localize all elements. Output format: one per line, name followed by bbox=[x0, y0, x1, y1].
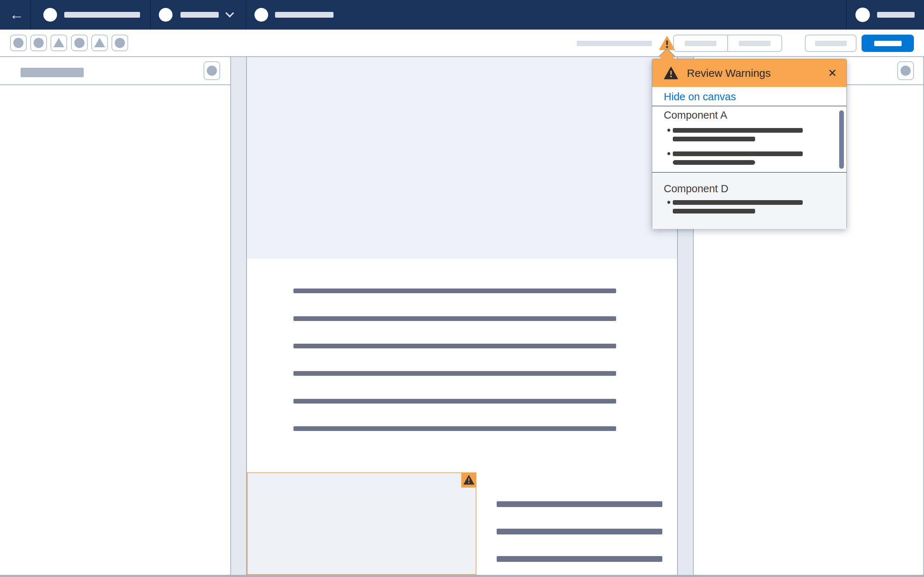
text-line-placeholder bbox=[497, 556, 662, 562]
primary-publish-button[interactable] bbox=[861, 35, 914, 52]
triangle-icon bbox=[53, 38, 64, 47]
warning-triangle-icon bbox=[664, 67, 678, 80]
top-navigation-bar: ← bbox=[0, 0, 924, 29]
button-label-placeholder bbox=[739, 41, 771, 46]
toolbar-button-4[interactable] bbox=[71, 35, 88, 51]
stage-bottom-edge bbox=[0, 575, 924, 577]
panel-collapse-button[interactable] bbox=[897, 61, 914, 80]
toolbar-button-6[interactable] bbox=[111, 35, 128, 51]
text-line-placeholder bbox=[294, 316, 616, 321]
circle-icon bbox=[34, 38, 44, 48]
circle-icon bbox=[74, 38, 84, 48]
text-line-placeholder bbox=[497, 529, 662, 534]
group-button-1[interactable] bbox=[674, 35, 727, 51]
review-warnings-popover: Review Warnings ✕ Hide on canvas Compone… bbox=[652, 59, 847, 229]
circle-icon bbox=[13, 38, 23, 48]
component-name: Component A bbox=[664, 109, 727, 121]
left-panel-header bbox=[0, 57, 230, 85]
popover-hide-row: Hide on canvas bbox=[652, 87, 846, 106]
avatar bbox=[855, 8, 870, 22]
flagged-component[interactable] bbox=[247, 472, 477, 575]
warning-section-component-a: Component A bbox=[652, 107, 846, 173]
app-title-placeholder bbox=[64, 12, 140, 18]
warning-text-placeholder bbox=[673, 209, 755, 213]
warning-text-placeholder bbox=[673, 137, 755, 141]
toolbar-button-3[interactable] bbox=[50, 35, 67, 51]
chevron-down-icon bbox=[225, 9, 234, 17]
username-placeholder bbox=[877, 12, 914, 18]
toolbar-button-5[interactable] bbox=[91, 35, 108, 51]
text-line-placeholder bbox=[294, 344, 616, 348]
close-icon[interactable]: ✕ bbox=[825, 66, 840, 81]
warning-section-component-d: Component D bbox=[652, 174, 846, 229]
hide-on-canvas-link[interactable]: Hide on canvas bbox=[664, 91, 736, 103]
triangle-icon bbox=[94, 38, 105, 47]
circle-icon bbox=[115, 38, 125, 48]
builder-toolbar bbox=[0, 29, 924, 57]
text-line-placeholder bbox=[497, 501, 662, 507]
panel-collapse-button[interactable] bbox=[204, 61, 220, 80]
toolbar-button-2[interactable] bbox=[30, 35, 47, 51]
workspace-label-placeholder bbox=[181, 12, 219, 18]
button-label-placeholder bbox=[685, 41, 716, 46]
bullet-dot bbox=[667, 152, 670, 155]
popover-header: Review Warnings ✕ bbox=[652, 59, 846, 87]
text-line-placeholder bbox=[294, 371, 616, 376]
component-warning-badge[interactable] bbox=[461, 472, 477, 488]
status-text-placeholder bbox=[577, 41, 652, 46]
popover-title: Review Warnings bbox=[687, 67, 771, 79]
component-name: Component D bbox=[664, 183, 729, 195]
button-label-placeholder bbox=[874, 41, 901, 46]
warning-text-placeholder bbox=[673, 152, 803, 156]
text-line-placeholder bbox=[294, 399, 616, 403]
bullet-dot bbox=[667, 129, 670, 132]
toolbar-button-1[interactable] bbox=[10, 35, 27, 51]
warning-triangle-icon bbox=[464, 475, 474, 485]
secondary-button[interactable] bbox=[805, 35, 856, 52]
topbar-divider bbox=[246, 0, 246, 29]
warning-text-placeholder bbox=[673, 200, 803, 205]
back-arrow-icon[interactable]: ← bbox=[8, 6, 25, 23]
toolbar-button-group bbox=[673, 35, 782, 52]
popover-scrollbar[interactable] bbox=[839, 110, 844, 169]
warning-text-placeholder bbox=[673, 128, 803, 133]
warning-text-placeholder bbox=[673, 160, 755, 165]
page-label-placeholder bbox=[275, 12, 333, 18]
topbar-divider bbox=[846, 0, 847, 29]
workspace-circle bbox=[159, 8, 173, 22]
page-circle bbox=[254, 8, 268, 22]
app-logo-circle bbox=[43, 8, 57, 22]
text-line-placeholder bbox=[294, 426, 616, 431]
left-components-panel bbox=[0, 57, 231, 575]
topbar-divider bbox=[30, 0, 31, 29]
button-label-placeholder bbox=[815, 41, 847, 46]
hero-image-placeholder[interactable] bbox=[247, 57, 677, 259]
bullet-dot bbox=[667, 201, 670, 204]
circle-icon bbox=[901, 66, 911, 76]
page-canvas bbox=[246, 57, 678, 575]
topbar-divider bbox=[150, 0, 151, 29]
group-button-2[interactable] bbox=[727, 35, 782, 51]
panel-title-placeholder bbox=[21, 68, 84, 77]
text-line-placeholder bbox=[294, 288, 616, 293]
circle-icon bbox=[207, 66, 217, 76]
